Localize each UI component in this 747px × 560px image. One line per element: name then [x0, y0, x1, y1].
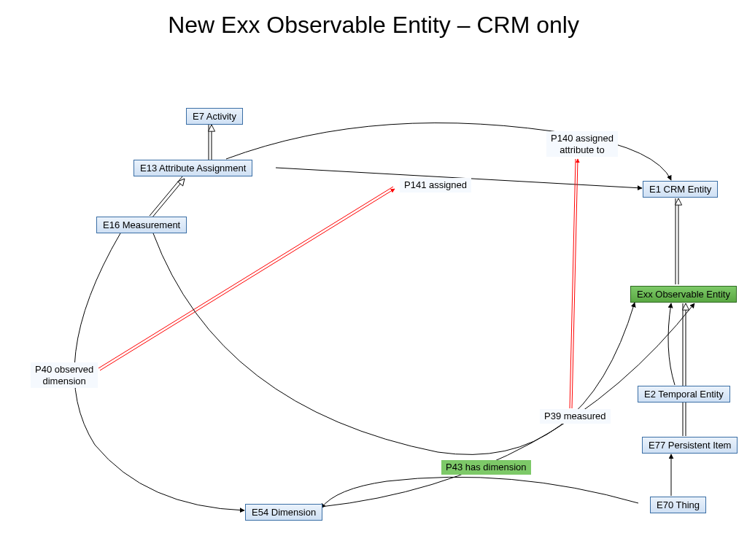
label-p39: P39 measured: [540, 409, 611, 424]
label-p40: P40 observed dimension: [31, 362, 98, 388]
label-p43: P43 has dimension: [441, 460, 531, 475]
svg-line-7: [570, 159, 576, 408]
node-exx-observable-entity: Exx Observable Entity: [630, 286, 737, 303]
node-e1-crm-entity: E1 CRM Entity: [643, 181, 718, 198]
svg-line-8: [572, 159, 578, 408]
svg-line-5: [98, 187, 393, 368]
node-e13-attribute-assignment: E13 Attribute Assignment: [133, 160, 252, 176]
svg-line-3: [152, 179, 185, 218]
node-e77-persistent-item: E77 Persistent Item: [642, 437, 738, 454]
page-title: New Exx Observable Entity – CRM only: [0, 12, 747, 39]
node-e70-thing: E70 Thing: [650, 497, 706, 513]
svg-line-2: [150, 176, 182, 216]
node-e2-temporal-entity: E2 Temporal Entity: [638, 386, 730, 402]
label-p141: P141 assigned: [400, 178, 471, 192]
node-e7-activity: E7 Activity: [186, 108, 243, 125]
label-p140: P140 assigned attribute to: [546, 131, 618, 157]
node-e16-measurement: E16 Measurement: [96, 217, 187, 233]
arrows-layer: [0, 0, 747, 560]
node-e54-dimension: E54 Dimension: [245, 504, 322, 521]
